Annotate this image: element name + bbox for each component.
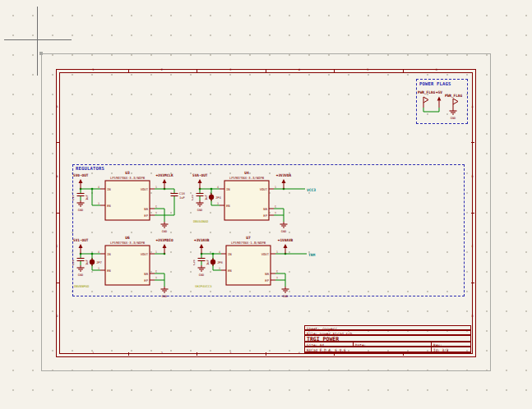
output-net-label[interactable]: +1V8AVB [278,238,294,242]
pin-name-en: EN [107,204,111,208]
capacitor-value[interactable]: 1uF [85,194,89,200]
input-gnd-symbol[interactable]: GND [198,265,206,277]
output-gnd-symbol[interactable]: GND [282,287,289,298]
jumper-icon [210,260,215,264]
hier-label[interactable]: VCC3 [307,188,316,192]
part-value[interactable]: LP5907SNX-3.3/NOPB [110,176,146,180]
gnd-label: GND [281,230,287,233]
regulator-symbol[interactable]: U7 LP5907SNX-1.8/NOPB IN EN VOUT NR EP 4… [219,236,278,286]
pin-name-vout: VOUT [260,187,268,191]
reference-designator[interactable]: U7 [246,236,251,240]
pin-number-vout: 1 [276,250,278,254]
pin-name-ep: EP [265,278,269,283]
pin-number-nr: 5 [276,270,278,273]
output-net-label[interactable]: +3V3VDA [276,173,292,177]
gnd-label: GND [199,273,205,277]
gnd-label: GND [197,209,203,212]
jumper-ref[interactable]: JP8 [217,260,224,264]
pin-name-ep: EP [263,214,267,218]
field-note[interactable]: DNVAONAD [193,219,209,223]
capacitor-value[interactable]: 1uF [179,195,186,200]
pin-name-ep: EP [144,214,148,218]
pin-number-en: 3 [219,267,220,270]
jumper-ref[interactable]: JP7 [96,260,102,264]
input-net-label[interactable]: 5V1-OUT [73,238,89,242]
capacitor-value[interactable]: 1uF [85,259,89,265]
input-capacitor[interactable]: C20 1uF [192,189,208,200]
reference-designator[interactable]: U3 [125,171,130,175]
input-capacitor[interactable]: C24 1uF [72,254,89,265]
jumper-icon [90,260,95,264]
pin-number-ep: 7 [155,212,157,215]
capacitor-value[interactable]: 1uF [206,259,210,265]
regulator-cell[interactable]: U7 LP5907SNX-1.8/NOPB IN EN VOUT NR EP 4… [193,234,341,310]
input-capacitor[interactable]: C17 1uF [72,189,89,200]
schematic-canvas[interactable]: 112233445566AABBCCDD POWER FLAGS PWR_FLA… [0,0,532,409]
pin-name-en: EN [228,269,232,273]
solder-jumper[interactable]: JP7 [90,258,102,266]
pin-name-en: EN [107,269,111,273]
pin-number-nr: 5 [155,270,157,273]
pin-number-nr: 5 [275,205,276,209]
output-power-label[interactable]: +3V3MDIO [155,238,173,254]
output-gnd-symbol[interactable]: GND [280,222,288,233]
input-gnd-symbol[interactable]: GND [197,200,204,212]
junction-dot [91,188,94,191]
input-power-label[interactable]: 5VA-OUT [192,173,208,189]
output-power-label[interactable]: +3V3MCLK [155,173,173,189]
pin-name-vout: VOUT [261,252,270,256]
output-power-label[interactable]: +1V8AVB [278,238,294,254]
input-net-label[interactable]: 5VA-OUT [192,173,208,177]
pin-name-vout: VOUT [141,252,149,256]
output-net-label[interactable]: +3V3MDIO [155,238,173,242]
regulator-symbol[interactable]: U3 LP5907SNX-3.3/NOPB IN EN VOUT NR EP 4… [98,171,157,221]
pin-number-ep: 7 [275,212,276,215]
capacitor-ref[interactable]: C24 [72,259,75,265]
field-note[interactable]: SHJPAVCC3 [195,284,212,288]
output-capacitor[interactable]: C18 1uF [164,189,186,215]
solder-jumper[interactable]: JP8 [210,258,224,266]
reference-designator[interactable]: U4 [244,171,249,175]
input-net-label[interactable]: 5V0-OUT [73,173,89,177]
reference-designator[interactable]: U6 [125,236,130,240]
solder-jumper[interactable]: JP4 [209,193,222,201]
capacitor-value[interactable]: 1uF [204,194,208,200]
output-power-label[interactable]: +3V3VDA [276,173,292,189]
input-capacitor[interactable]: C26 1uF [193,254,210,265]
power-arrow-icon [284,244,288,248]
gnd-label: GND [162,295,168,298]
pin-name-nr: NR [263,207,267,211]
power-arrow-icon [198,179,202,183]
power-arrow-icon [79,179,83,183]
pin-number-in: 4 [98,186,99,189]
capacitor-ref[interactable]: C26 [193,259,196,265]
regulator-symbol[interactable]: U6 LP5907SNX-3.3/NOPB IN EN VOUT NR EP 4… [98,236,157,286]
jumper-ref[interactable]: JP4 [215,195,222,200]
field-note[interactable]: DNVBNPAD [74,284,90,288]
input-power-label[interactable]: 5V0-OUT [73,173,89,189]
power-arrow-icon [163,244,167,248]
pin-name-nr: NR [265,272,269,276]
hier-label[interactable]: TRM [308,253,316,257]
output-gnd-symbol[interactable]: GND [161,222,169,233]
pin-name-in: IN [228,252,232,256]
input-power-label[interactable]: +3V3AVB [194,238,210,254]
input-net-label[interactable]: +3V3AVB [194,238,210,242]
pin-name-nr: NR [144,272,148,276]
gnd-label: GND [162,230,168,233]
output-net-label[interactable]: +3V3MCLK [155,173,173,177]
output-gnd-symbol[interactable]: GND [161,287,169,298]
input-power-label[interactable]: 5V1-OUT [73,238,89,254]
part-value[interactable]: LP5907SNX-3.3/NOPB [110,241,146,245]
input-gnd-symbol[interactable]: GND [77,200,85,212]
pin-name-en: EN [226,204,230,208]
part-value[interactable]: LP5907SNX-3.3/NOPB [229,176,265,180]
regulator-circuit: U7 LP5907SNX-1.8/NOPB IN EN VOUT NR EP 4… [193,234,341,310]
capacitor-ref[interactable]: C20 [192,194,194,200]
capacitor-ref[interactable]: C17 [72,195,75,200]
part-value[interactable]: LP5907SNX-1.8/NOPB [231,241,266,245]
junction-dot [212,253,215,255]
regulator-symbol[interactable]: U4 LP5907SNX-3.3/NOPB IN EN VOUT NR EP 4… [217,171,276,221]
pin-name-in: IN [226,187,230,191]
input-gnd-symbol[interactable]: GND [77,265,85,277]
